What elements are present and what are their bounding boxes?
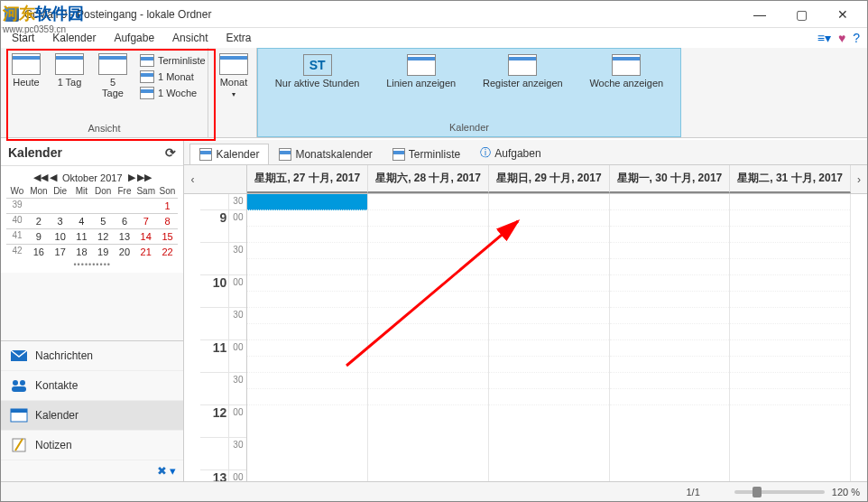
wrench-icon[interactable]: ✖: [157, 464, 167, 478]
time-slot[interactable]: [368, 389, 488, 405]
time-slot[interactable]: [368, 243, 488, 259]
day-column[interactable]: [368, 194, 489, 481]
time-slot[interactable]: [368, 275, 488, 292]
time-slot[interactable]: [247, 292, 367, 308]
minical-day[interactable]: [71, 200, 93, 212]
time-slot[interactable]: [247, 373, 367, 389]
time-slot[interactable]: [247, 194, 367, 210]
time-slot[interactable]: [489, 275, 609, 292]
menu-start[interactable]: Start: [3, 30, 43, 46]
tab-kalender[interactable]: Kalender: [189, 144, 269, 164]
time-slot[interactable]: [247, 389, 367, 405]
nav-notizen[interactable]: Notizen: [1, 431, 183, 460]
time-slot[interactable]: [247, 227, 367, 243]
day-column[interactable]: [489, 194, 610, 481]
time-slot[interactable]: [730, 243, 850, 259]
time-slot[interactable]: [489, 210, 609, 227]
time-slot[interactable]: [730, 389, 850, 405]
minical-day[interactable]: 6: [114, 215, 135, 228]
menu-kalender[interactable]: Kalender: [43, 30, 105, 46]
menu-aufgabe[interactable]: Aufgabe: [105, 30, 163, 46]
time-slot[interactable]: [247, 210, 367, 227]
menu-hamburger-icon[interactable]: ≡▾: [817, 31, 831, 45]
minical-day[interactable]: 1: [157, 200, 179, 212]
menu-heart-icon[interactable]: ♥: [838, 31, 845, 45]
mini-calendar[interactable]: ◀◀ ◀ Oktober 2017 ▶ ▶▶ WoMonDieMitDonFre…: [1, 166, 183, 273]
nav-kalender[interactable]: Kalender: [1, 401, 183, 431]
time-slot[interactable]: [610, 210, 730, 227]
ribbon-terminliste[interactable]: Terminliste: [136, 53, 209, 68]
time-slot[interactable]: [368, 259, 488, 275]
next-days-button[interactable]: ›: [851, 165, 867, 193]
minical-day[interactable]: 20: [114, 246, 135, 258]
menu-extra[interactable]: Extra: [217, 30, 260, 46]
time-slot[interactable]: [247, 259, 367, 275]
minical-day[interactable]: 17: [50, 246, 71, 258]
ribbon-1tag[interactable]: 1 Tag: [50, 51, 89, 121]
time-slot[interactable]: [610, 275, 730, 292]
minical-day[interactable]: 18: [71, 246, 93, 258]
minical-day[interactable]: 5: [92, 215, 114, 228]
time-slot[interactable]: [489, 259, 609, 275]
prev-year-icon[interactable]: ◀◀: [33, 172, 48, 183]
minical-day[interactable]: [28, 200, 50, 212]
chevron-down-icon[interactable]: ▾: [170, 464, 176, 478]
minical-day[interactable]: 2: [28, 215, 50, 228]
time-slot[interactable]: [610, 308, 730, 324]
day-column[interactable]: [730, 194, 851, 481]
time-slot[interactable]: [730, 275, 850, 292]
nav-kontakte[interactable]: Kontakte: [1, 371, 183, 401]
time-slot[interactable]: [489, 357, 609, 373]
minical-day[interactable]: 12: [92, 230, 114, 243]
time-slot[interactable]: [489, 340, 609, 357]
time-slot[interactable]: [247, 308, 367, 324]
menu-help-icon[interactable]: ?: [853, 31, 860, 45]
time-slot[interactable]: [368, 292, 488, 308]
time-slot[interactable]: [730, 227, 850, 243]
time-slot[interactable]: [610, 194, 730, 210]
time-slot[interactable]: [247, 357, 367, 373]
minical-day[interactable]: 9: [28, 230, 50, 243]
minical-day[interactable]: 15: [157, 230, 179, 243]
time-slot[interactable]: [730, 373, 850, 389]
minical-day[interactable]: 7: [135, 215, 157, 228]
time-slot[interactable]: [368, 373, 488, 389]
next-month-icon[interactable]: ▶: [128, 172, 135, 183]
ribbon-nur-aktive-stunden[interactable]: ST Nur aktive Stunden: [270, 52, 365, 120]
time-slot[interactable]: [489, 243, 609, 259]
time-slot[interactable]: [247, 275, 367, 292]
minical-day[interactable]: 19: [92, 246, 114, 258]
time-slot[interactable]: [730, 308, 850, 324]
time-slot[interactable]: [489, 292, 609, 308]
minical-day[interactable]: [50, 200, 71, 212]
nav-nachrichten[interactable]: Nachrichten: [1, 341, 183, 371]
day-header[interactable]: 星期五, 27 十月, 2017: [247, 165, 368, 193]
minical-day[interactable]: 14: [135, 230, 157, 243]
time-slot[interactable]: [489, 373, 609, 389]
day-column[interactable]: [247, 194, 368, 481]
ribbon-linien-anzeigen[interactable]: Linien anzeigen: [381, 52, 461, 120]
minical-day[interactable]: 8: [157, 215, 179, 228]
time-slot[interactable]: [368, 210, 488, 227]
time-slot[interactable]: [489, 389, 609, 405]
time-slot[interactable]: [489, 324, 609, 340]
minical-day[interactable]: 22: [157, 246, 179, 258]
time-slot[interactable]: [610, 227, 730, 243]
minical-day[interactable]: 10: [50, 230, 71, 243]
resize-handle[interactable]: ••••••••••: [6, 258, 178, 269]
time-slot[interactable]: [610, 373, 730, 389]
time-slot[interactable]: [610, 324, 730, 340]
time-slot[interactable]: [368, 194, 488, 210]
menu-ansicht[interactable]: Ansicht: [163, 30, 217, 46]
time-slot[interactable]: [730, 292, 850, 308]
ribbon-monat[interactable]: Monat ▾: [214, 51, 254, 121]
tab-aufgaben[interactable]: ⓘ Aufgaben: [470, 141, 550, 164]
day-header[interactable]: 星期二, 31 十月, 2017: [730, 165, 851, 193]
ribbon-woche-anzeigen[interactable]: Woche anzeigen: [584, 52, 669, 120]
time-slot[interactable]: [368, 324, 488, 340]
time-slot[interactable]: [489, 194, 609, 210]
ribbon-1woche[interactable]: 1 Woche: [136, 86, 209, 100]
time-slot[interactable]: [247, 243, 367, 259]
minical-day[interactable]: 4: [71, 215, 93, 228]
time-slot[interactable]: [368, 308, 488, 324]
